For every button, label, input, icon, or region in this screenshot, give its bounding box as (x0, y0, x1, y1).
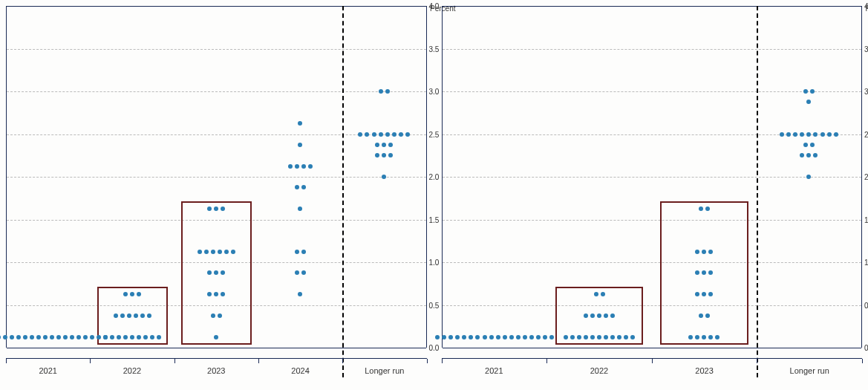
dot (590, 313, 595, 318)
dot (388, 153, 393, 157)
right-dotplot: Percent 0.00.51.01.52.02.53.03.54.0 (442, 6, 863, 348)
x-tick-label: Longer run (365, 366, 404, 375)
dot (365, 132, 369, 137)
dot (503, 335, 507, 339)
left-panel: Percent 0.00.51.01.52.02.53.03.54.0 2021… (6, 6, 427, 390)
x-tick-label: 2023 (695, 366, 713, 375)
x-tick-mark (757, 359, 757, 363)
dot (30, 335, 34, 339)
y-tick-label: 2.0 (864, 173, 868, 181)
y-tick-label: 3.5 (864, 45, 868, 53)
y-tick-label: 1.5 (864, 215, 868, 224)
dot (469, 335, 473, 339)
dot (800, 132, 804, 137)
dot (117, 335, 121, 339)
dot (564, 335, 568, 339)
dot (207, 292, 212, 296)
grid-line (443, 305, 862, 306)
dot (137, 335, 141, 339)
left-dotplot: Percent 0.00.51.01.52.02.53.03.54.0 (6, 6, 427, 348)
dot (298, 143, 302, 147)
dot (549, 335, 554, 339)
y-tick-label: 2.5 (864, 130, 868, 138)
y-tick-label: 3.0 (864, 88, 868, 96)
dot (610, 335, 615, 339)
dot (214, 335, 218, 339)
charts-row: Percent 0.00.51.01.52.02.53.03.54.0 2021… (6, 6, 862, 390)
dot (806, 153, 811, 157)
dot (97, 335, 101, 339)
y-tick-label: 1.0 (864, 259, 868, 267)
dot (56, 335, 61, 339)
dot (207, 270, 212, 275)
dot (695, 335, 699, 339)
dot (699, 207, 703, 211)
dot (358, 132, 362, 137)
dot (810, 89, 815, 94)
x-tick-label: 2023 (207, 366, 225, 375)
longer-run-separator (757, 6, 758, 377)
dot (134, 313, 138, 318)
dot (198, 250, 202, 254)
dot (597, 313, 601, 318)
dot (604, 313, 608, 318)
dot (435, 335, 440, 339)
dot (301, 164, 306, 169)
x-tick-label: 2021 (39, 366, 56, 375)
x-tick-label: Longer run (790, 366, 829, 375)
dot (382, 175, 386, 179)
dot (50, 335, 54, 339)
dot (462, 335, 466, 339)
dot (702, 292, 706, 296)
x-tick-label: 2022 (590, 366, 608, 375)
dot (702, 335, 706, 339)
dot (590, 335, 595, 339)
x-tick-mark (862, 359, 863, 363)
dot (221, 207, 225, 211)
dot (529, 335, 534, 339)
grid-line (443, 262, 862, 263)
dot (695, 270, 699, 275)
left-x-axis: 2021202220232024Longer run (6, 358, 427, 390)
dot (127, 313, 131, 318)
dot (372, 132, 376, 137)
dot (385, 132, 390, 137)
dot (584, 313, 588, 318)
dot (218, 250, 222, 254)
y-tick-label: 0.5 (864, 301, 868, 309)
y-tick-label: 4.0 (864, 2, 868, 10)
grid-line (7, 49, 426, 50)
dot (114, 313, 118, 318)
dot (708, 270, 713, 275)
dot (23, 335, 27, 339)
dot (834, 132, 838, 137)
dot (806, 175, 811, 179)
dot (695, 250, 699, 254)
dot (379, 89, 383, 94)
dot (140, 313, 145, 318)
dot (509, 335, 514, 339)
dot (103, 335, 108, 339)
dot (708, 292, 713, 296)
dot (594, 292, 598, 296)
dot (83, 335, 88, 339)
dot (218, 313, 222, 318)
dot (442, 335, 446, 339)
longer-run-separator (342, 6, 344, 377)
dot (624, 335, 628, 339)
dot (695, 292, 699, 296)
grid-line (7, 177, 426, 178)
dot (715, 335, 719, 339)
dot (455, 335, 460, 339)
dot (382, 153, 386, 157)
dot (392, 132, 397, 137)
dot (308, 164, 313, 169)
dot (803, 143, 808, 147)
dot (475, 335, 480, 339)
dot (496, 335, 500, 339)
dot (379, 132, 383, 137)
right-panel: Percent 0.00.51.01.52.02.53.03.54.0 2021… (442, 6, 863, 390)
dot (214, 207, 218, 211)
dot (207, 207, 212, 211)
dot (601, 292, 605, 296)
